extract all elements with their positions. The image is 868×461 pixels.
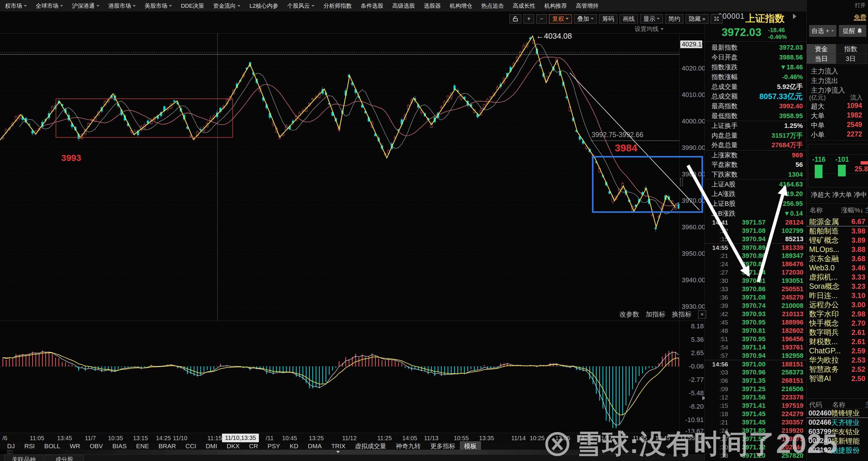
sector-row[interactable]: 京东金融3.68 bbox=[807, 254, 868, 263]
alert-button[interactable]: 提醒 bbox=[839, 25, 866, 37]
expand-button[interactable] bbox=[711, 14, 722, 24]
indicator-tab-CR[interactable]: CR bbox=[244, 442, 263, 450]
tape-row[interactable]: :063971.35268151 bbox=[705, 376, 806, 385]
sector-chg-header[interactable]: 涨幅%↓ bbox=[841, 206, 864, 215]
stock-row[interactable]: 002192融捷股份 bbox=[807, 446, 868, 455]
indicator-tab-DMI[interactable]: DMI bbox=[201, 442, 222, 450]
candlestick-chart[interactable] bbox=[0, 34, 679, 321]
next-symbol-button[interactable] bbox=[793, 14, 796, 19]
indicator-tab-更多指标[interactable]: 更多指标 bbox=[426, 442, 460, 450]
indicator-tab-DJ[interactable]: DJ bbox=[2, 442, 20, 450]
next-page-button[interactable]: » bbox=[696, 434, 705, 442]
sector-name-header[interactable]: 名称 bbox=[810, 206, 823, 215]
tape-row[interactable]: :273971.52189375 bbox=[705, 435, 806, 443]
sector-row[interactable]: 能源金属6.67 bbox=[807, 217, 868, 226]
indicator-tab-RSI[interactable]: RSI bbox=[20, 442, 39, 450]
menu-item-美股市场[interactable]: 美股市场 bbox=[140, 2, 177, 10]
free-trial-link[interactable]: 免费 bbox=[854, 13, 866, 22]
menu-item-沪深港通[interactable]: 沪深港通 bbox=[67, 2, 104, 10]
indicator-tab-BIAS[interactable]: BIAS bbox=[108, 442, 131, 450]
menu-item-权市场[interactable]: 权市场 bbox=[1, 2, 31, 10]
sector-row[interactable]: 快手概念2.70 bbox=[807, 319, 868, 328]
indicator-tab-CCI[interactable]: CCI bbox=[181, 442, 201, 450]
stock-row[interactable]: 603799华友钴业 bbox=[807, 427, 868, 436]
indicator-tab-神奇九转[interactable]: 神奇九转 bbox=[391, 442, 426, 450]
sector-row[interactable]: Web3.03.46 bbox=[807, 263, 868, 272]
close-icon[interactable]: × bbox=[698, 310, 706, 319]
toolbar-button-复权[interactable]: 复权 bbox=[549, 14, 572, 24]
tape-row[interactable]: :033970.96258373 bbox=[705, 368, 806, 376]
toolbar-button-+[interactable]: + bbox=[523, 14, 534, 24]
sector-row[interactable]: 数字哨兵2.61 bbox=[807, 328, 868, 337]
indicator-tab-DMA[interactable]: DMA bbox=[303, 442, 327, 450]
sector-row[interactable]: 昨日连...3.10 bbox=[807, 291, 868, 300]
toolbar-button-−[interactable]: − bbox=[536, 14, 547, 24]
indicator-control-加指标[interactable]: 加指标 bbox=[646, 310, 665, 319]
tape-row[interactable]: 14:413971.5728124 bbox=[705, 218, 806, 227]
tape-row[interactable]: :243970.87186476 bbox=[705, 260, 806, 268]
collapse-strip[interactable] bbox=[0, 450, 705, 455]
tape-row[interactable]: :153971.41197519 bbox=[705, 401, 806, 410]
menu-item-DDE决策[interactable]: DDE决策 bbox=[177, 2, 209, 10]
sector-row[interactable]: 锂矿概念3.89 bbox=[807, 236, 868, 245]
tape-row[interactable]: :153970.9485213 bbox=[705, 235, 806, 243]
indicator-control-换指标[interactable]: 换指标 bbox=[672, 310, 691, 319]
sector-row[interactable]: 船舶制造3.98 bbox=[807, 226, 868, 236]
menu-item-高管增持[interactable]: 高管增持 bbox=[571, 2, 603, 10]
indicator-control-改参数[interactable]: 改参数 bbox=[620, 310, 639, 319]
menu-item-分析师指数[interactable]: 分析师指数 bbox=[319, 2, 356, 10]
stock-row[interactable]: 002460赣锋锂业 bbox=[807, 409, 868, 418]
bottom-tab-关联品种[interactable]: 关联品种 bbox=[4, 455, 43, 461]
menu-item-机构推荐[interactable]: 机构推荐 bbox=[540, 2, 571, 10]
indicator-tab-DKX[interactable]: DKX bbox=[222, 442, 244, 450]
fund-link-主力流出[interactable]: 主力流出 bbox=[811, 76, 838, 85]
tape-row[interactable]: :243971.85219920 bbox=[705, 427, 806, 435]
menu-item-机构增仓[interactable]: 机构增仓 bbox=[445, 2, 477, 10]
tape-row[interactable]: :363971.08245279 bbox=[705, 293, 806, 302]
menu-item-L2核心内参[interactable]: L2核心内参 bbox=[245, 2, 283, 10]
menu-item-资金流向[interactable]: 资金流向 bbox=[209, 2, 245, 10]
fund-tab-异动[interactable]: 异动 bbox=[866, 44, 868, 54]
sector-row[interactable]: 远程办公3.00 bbox=[807, 300, 868, 309]
sector-row[interactable]: MLOps...3.88 bbox=[807, 245, 868, 254]
lock-button[interactable] bbox=[509, 14, 521, 24]
tape-row[interactable]: :213971.45230357 bbox=[705, 418, 806, 427]
tape-row[interactable]: 14:553970.89181339 bbox=[705, 243, 806, 252]
tick-tape[interactable]: 14:413971.5728124:123971.08102799:153970… bbox=[705, 218, 806, 461]
toolbar-button-简约[interactable]: 简约 bbox=[665, 14, 683, 24]
menu-item-个股风云[interactable]: 个股风云 bbox=[283, 2, 319, 10]
tape-row[interactable]: :123971.08102799 bbox=[705, 227, 806, 235]
tape-row[interactable]: :513970.95196456 bbox=[705, 335, 806, 343]
indicator-tab-虚拟成交量[interactable]: 虚拟成交量 bbox=[350, 442, 391, 450]
indicator-tab-PSY[interactable]: PSY bbox=[263, 442, 285, 450]
sector-row[interactable]: ChatGP...2.59 bbox=[807, 346, 868, 355]
tape-row[interactable]: :303971.72202844 bbox=[705, 443, 806, 452]
indicator-tab-KD[interactable]: KD bbox=[285, 442, 303, 450]
indicator-tab-TRIX[interactable]: TRIX bbox=[327, 442, 350, 450]
bottom-tab-成分股[interactable]: 成分股 bbox=[44, 455, 84, 461]
tape-row[interactable]: :543971.14193761 bbox=[705, 343, 806, 352]
tape-row[interactable]: :333971.20257820 bbox=[705, 452, 806, 460]
indicator-tab-ENE[interactable]: ENE bbox=[131, 442, 154, 450]
toolbar-button-画线[interactable]: 画线 bbox=[620, 14, 638, 24]
indicator-tab-BOLL[interactable]: BOLL bbox=[39, 442, 65, 450]
sector-row[interactable]: 华为欧拉2.53 bbox=[807, 355, 868, 365]
indicator-tab-WR[interactable]: WR bbox=[65, 442, 85, 450]
fund-subtab-5日[interactable]: 5日 bbox=[866, 54, 868, 64]
sector-row[interactable]: Sora概念3.23 bbox=[807, 282, 868, 291]
indicator-tab-BRAR[interactable]: BRAR bbox=[154, 442, 181, 450]
indicator-tab-OBV[interactable]: OBV bbox=[85, 442, 107, 450]
fund-tab-指数[interactable]: 指数 bbox=[836, 44, 866, 54]
ma-settings-button[interactable]: 设置均线 bbox=[583, 25, 663, 33]
tape-row[interactable]: :573970.94192958 bbox=[705, 352, 806, 360]
menu-item-条件选股[interactable]: 条件选股 bbox=[356, 2, 388, 10]
panel-splitter-grip[interactable] bbox=[680, 178, 683, 186]
fund-tab-资金[interactable]: 资金 bbox=[807, 44, 836, 54]
tape-row[interactable]: :453970.95188996 bbox=[705, 318, 806, 327]
tape-row[interactable]: :093971.25216506 bbox=[705, 385, 806, 393]
tape-row[interactable]: :483970.81182602 bbox=[705, 327, 806, 335]
menu-item-热点追击[interactable]: 热点追击 bbox=[477, 2, 508, 10]
tape-row[interactable]: :123971.56223378 bbox=[705, 393, 806, 401]
menu-item-港股市场[interactable]: 港股市场 bbox=[104, 2, 140, 10]
menu-item-选股器[interactable]: 选股器 bbox=[419, 2, 445, 10]
